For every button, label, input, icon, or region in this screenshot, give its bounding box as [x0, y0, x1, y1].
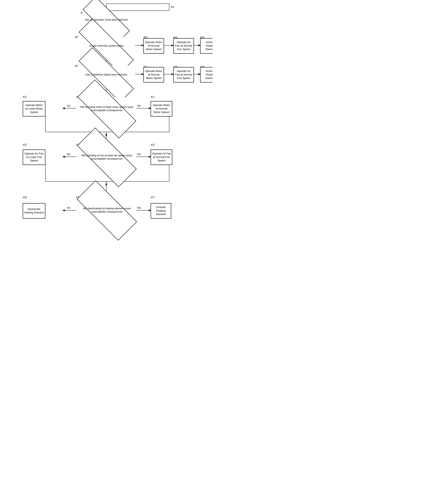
svg-text:No-: No-: [67, 104, 71, 107]
node-num-418: 418: [23, 196, 27, 199]
svg-text:Yes: Yes: [137, 104, 141, 107]
node-num-417: 417: [151, 196, 155, 199]
svg-text:No: No: [171, 6, 174, 8]
node-405-label: Activate Heating Element: [201, 41, 212, 51]
node-num-411: 411: [151, 96, 155, 98]
node-404: Operate Air Fan at Normal Fan Speed: [173, 38, 194, 54]
node-417-label: Activate Heating Element: [152, 206, 170, 216]
node-406-label: Has Curtailment Signal been received: [85, 72, 128, 77]
node-406: Has Curtailment Signal been received: [75, 65, 137, 85]
node-414: Operate Air Fan at Normal Fan Speed: [151, 150, 172, 165]
node-num-412: 412: [23, 96, 27, 98]
node-413-label: Will operating air fan at lower fan spee…: [78, 153, 136, 161]
node-415-label: Operate Air Fan At Lower Fan Speed: [24, 152, 44, 163]
node-407: Operate Motor at Normal Motor Speed: [143, 67, 164, 83]
node-407-label: Operate Motor at Normal Motor Speed: [145, 70, 163, 80]
node-411-label: Operate Motor at Normal Motor Speed: [152, 104, 171, 114]
node-410: Will operating motor at lower motor spee…: [76, 97, 137, 121]
node-409: Activate Heating Element: [200, 67, 212, 83]
node-414-label: Operate Air Fan at Normal Fan Speed: [152, 152, 171, 163]
node-408-label: Operate Air Fan at Normal Fan Speed: [174, 70, 193, 80]
node-416: Will deactivating the heating element ca…: [76, 197, 137, 224]
node-416-label: Will deactivating the heating element ca…: [78, 206, 136, 214]
node-418-label: Deactivate Heating Element: [24, 208, 44, 215]
node-401-label: Has an Operation Cycle been Selected: [84, 18, 128, 22]
node-403-label: Operate Motor at Normal Motor Speed: [145, 41, 163, 51]
node-412-label: Operate Motor at Lower Motor Speed: [24, 104, 44, 114]
svg-text:Yes-: Yes-: [137, 206, 142, 209]
node-417: Activate Heating Element: [151, 203, 171, 219]
node-412: Operate Motor at Lower Motor Speed: [23, 101, 45, 117]
node-415: Operate Air Fan At Lower Fan Speed: [23, 150, 45, 165]
node-411: Operate Motor at Normal Motor Speed: [151, 101, 172, 117]
node-410-label: Will operating motor at lower motor spee…: [78, 105, 136, 113]
svg-text:Yes: Yes: [137, 153, 141, 156]
svg-text:No-: No-: [67, 206, 71, 209]
node-num-414: 414: [151, 143, 155, 146]
flowchart-diagram: No Yes No Yes No- Yes Yes No- Yes No- Ye…: [0, 0, 212, 252]
node-413: Will operating air fan at lower fan spee…: [76, 144, 137, 170]
node-402-label: Is load restriction system active: [88, 44, 124, 48]
node-418: Deactivate Heating Element: [23, 203, 45, 219]
node-num-415: 415: [23, 143, 27, 146]
node-404-label: Operate Air Fan at Normal Fan Speed: [174, 41, 193, 51]
svg-text:No-: No-: [67, 153, 71, 156]
node-408: Operate Air Fan at Normal Fan Speed: [173, 67, 194, 83]
node-402: Is load restriction system active: [75, 36, 137, 56]
node-405: Activate Heating Element: [200, 38, 212, 54]
node-409-label: Activate Heating Element: [201, 70, 212, 80]
node-403: Operate Motor at Normal Motor Speed: [143, 38, 164, 54]
